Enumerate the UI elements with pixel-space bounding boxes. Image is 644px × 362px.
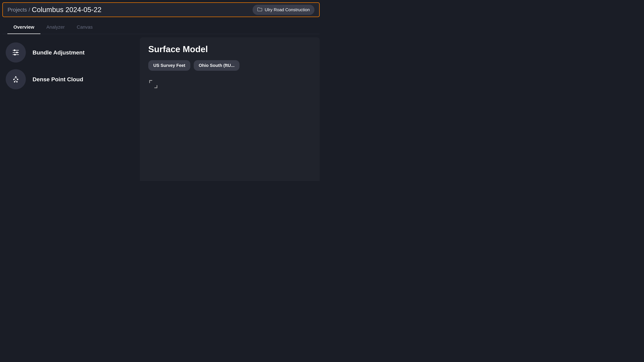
svg-point-13 [16,78,17,79]
bundle-adjustment-label: Bundle Adjustment [32,49,84,56]
right-panel: Surface Model US Survey Feet Ohio South … [140,37,320,181]
header-bar: Projects / Columbus 2024-05-22 Ulry Road… [2,2,320,17]
svg-point-12 [14,78,16,79]
project-folder-label: Ulry Road Construction [265,7,310,12]
project-folder-button[interactable]: Ulry Road Construction [252,5,314,15]
surface-model-title: Surface Model [148,44,311,54]
breadcrumb-current: Columbus 2024-05-22 [32,6,102,14]
projection-badge[interactable]: Ohio South (ftU... [194,60,240,71]
menu-item-dense-point-cloud[interactable]: Dense Point Cloud [6,69,136,89]
svg-point-10 [16,81,18,82]
sliders-icon [11,48,20,57]
bundle-adjustment-icon-circle [6,42,26,62]
tab-overview[interactable]: Overview [8,22,40,34]
units-badge[interactable]: US Survey Feet [148,60,190,71]
svg-point-4 [16,52,18,53]
breadcrumb: Projects / Columbus 2024-05-22 [8,6,102,14]
expand-icon[interactable] [148,79,311,90]
svg-point-9 [14,81,15,82]
dense-point-cloud-icon-circle [6,69,26,89]
menu-item-bundle-adjustment[interactable]: Bundle Adjustment [6,42,136,62]
tabs-row: Overview Analyzer Canvas [2,17,320,34]
badges-row: US Survey Feet Ohio South (ftU... [148,60,311,71]
tab-analyzer[interactable]: Analyzer [40,22,71,34]
svg-point-5 [14,54,16,55]
breadcrumb-separator: / [29,7,30,13]
main-content: Bundle Adjustment Dense Point Cloud [2,37,320,181]
breadcrumb-projects[interactable]: Projects [8,7,27,13]
svg-point-7 [13,79,14,80]
dense-point-cloud-label: Dense Point Cloud [32,76,83,83]
left-panel: Bundle Adjustment Dense Point Cloud [2,37,140,181]
svg-point-11 [15,80,16,81]
folder-icon [257,7,262,12]
svg-point-3 [14,49,16,51]
point-cloud-icon [11,75,20,84]
svg-point-8 [17,79,18,80]
svg-point-6 [15,76,16,78]
tab-canvas[interactable]: Canvas [70,22,98,34]
